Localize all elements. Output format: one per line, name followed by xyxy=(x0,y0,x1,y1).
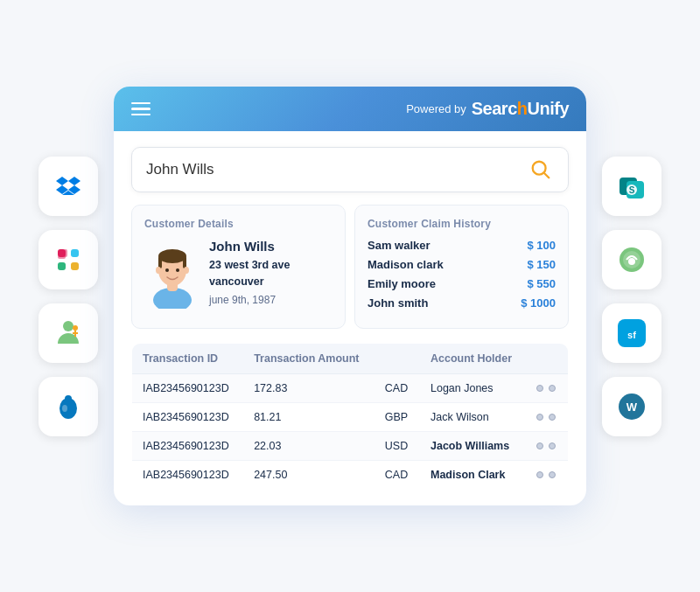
transaction-id: IAB2345690123D xyxy=(132,403,244,432)
svg-point-31 xyxy=(628,258,635,265)
wordpress-icon[interactable]: W xyxy=(602,377,662,436)
brand-name: SearchUnify xyxy=(472,99,569,119)
transaction-currency: CAD xyxy=(374,374,420,403)
dot-1[interactable] xyxy=(536,471,543,478)
avatar xyxy=(144,239,200,309)
customer-info: John Wills 23 west 3rd ave vancouver jun… xyxy=(144,239,332,309)
dot-1[interactable] xyxy=(536,414,543,421)
taleo-icon[interactable] xyxy=(602,230,662,289)
claim-table: Sam walker $ 100 Madison clark $ 150 Emi… xyxy=(368,239,556,310)
search-bar xyxy=(131,147,569,192)
claim-name: Emily moore xyxy=(368,277,436,290)
action-dots xyxy=(526,374,568,403)
table-row: IAB2345690123D 172.83 CAD Logan Jones xyxy=(132,374,569,403)
right-integration-icons: S sf W xyxy=(602,157,662,436)
transaction-amount: 22.03 xyxy=(243,432,374,461)
dot-2[interactable] xyxy=(549,471,556,478)
customer-dob: june 9th, 1987 xyxy=(209,294,290,306)
claim-name: Sam walker xyxy=(368,239,430,252)
account-holder: Jacob Williams xyxy=(420,432,526,461)
transaction-id: IAB2345690123D xyxy=(132,432,244,461)
claim-row: Emily moore $ 550 xyxy=(368,277,556,290)
transaction-section: Transaction ID Transaction Amount Accoun… xyxy=(114,343,586,505)
panel-header: Powered by SearchUnify xyxy=(114,87,586,131)
table-row: IAB2345690123D 247.50 CAD Madison Clark xyxy=(132,461,569,490)
claim-row: Madison clark $ 150 xyxy=(368,258,556,271)
customer-details-title: Customer Details xyxy=(144,218,332,230)
dot-2[interactable] xyxy=(549,385,556,392)
hamburger-menu[interactable] xyxy=(131,102,150,116)
details-row: Customer Details xyxy=(114,205,586,343)
svg-point-22 xyxy=(176,268,179,272)
search-input[interactable] xyxy=(146,161,528,178)
svg-point-21 xyxy=(165,268,169,272)
action-dots xyxy=(526,461,568,490)
search-button[interactable] xyxy=(528,157,554,183)
svg-line-14 xyxy=(544,173,550,178)
claim-amount: $ 1000 xyxy=(521,296,556,310)
svg-point-6 xyxy=(63,321,74,331)
dropbox-icon[interactable] xyxy=(38,157,98,216)
dot-1[interactable] xyxy=(536,385,543,392)
sharepoint-icon[interactable]: S xyxy=(602,157,662,216)
claim-history-box: Customer Claim History Sam walker $ 100 … xyxy=(354,205,569,329)
brand-highlight: h xyxy=(517,99,528,118)
action-dots xyxy=(526,403,568,432)
col-currency xyxy=(374,344,420,374)
talenthief-icon[interactable] xyxy=(38,303,98,363)
svg-rect-19 xyxy=(158,256,162,268)
transaction-amount: 247.50 xyxy=(243,461,374,490)
svg-rect-1 xyxy=(71,249,79,257)
transaction-id: IAB2345690123D xyxy=(132,461,244,490)
page-container: Powered by SearchUnify xyxy=(0,0,700,592)
svg-rect-5 xyxy=(58,255,66,259)
svg-text:W: W xyxy=(626,400,638,414)
main-panel: Powered by SearchUnify xyxy=(114,87,586,505)
left-integration-icons xyxy=(38,157,98,436)
svg-rect-2 xyxy=(58,262,66,270)
svg-rect-3 xyxy=(71,262,79,270)
table-row: IAB2345690123D 81.21 GBP Jack Wilson xyxy=(132,403,569,432)
svg-point-24 xyxy=(184,267,189,274)
dot-1[interactable] xyxy=(536,442,543,449)
svg-rect-20 xyxy=(183,256,186,268)
transaction-amount: 81.21 xyxy=(243,403,374,432)
col-actions xyxy=(526,344,568,374)
svg-point-12 xyxy=(62,405,67,412)
svg-text:S: S xyxy=(629,185,635,195)
transaction-id: IAB2345690123D xyxy=(132,374,244,403)
transaction-amount: 172.83 xyxy=(243,374,374,403)
claim-history-title: Customer Claim History xyxy=(368,218,556,230)
customer-text: John Wills 23 west 3rd ave vancouver jun… xyxy=(209,239,290,306)
svg-point-18 xyxy=(158,249,186,263)
svg-point-23 xyxy=(156,267,161,274)
dot-2[interactable] xyxy=(549,414,556,421)
transaction-currency: USD xyxy=(374,432,420,461)
claim-row: John smith $ 1000 xyxy=(368,296,556,310)
dot-2[interactable] xyxy=(549,442,556,449)
customer-details-box: Customer Details xyxy=(131,205,346,329)
account-holder: Logan Jones xyxy=(420,374,526,403)
transaction-currency: GBP xyxy=(374,403,420,432)
action-dots xyxy=(526,432,568,461)
slack-icon[interactable] xyxy=(38,230,98,289)
col-transaction-id: Transaction ID xyxy=(132,344,244,374)
transaction-currency: CAD xyxy=(374,461,420,490)
svg-point-11 xyxy=(65,395,72,402)
claim-amount: $ 150 xyxy=(527,258,556,271)
account-holder: Jack Wilson xyxy=(420,403,526,432)
svg-text:sf: sf xyxy=(627,330,636,340)
account-holder: Madison Clark xyxy=(420,461,526,490)
col-account-holder: Account Holder xyxy=(420,344,526,374)
powered-by-label: Powered by SearchUnify xyxy=(406,99,569,119)
claim-row: Sam walker $ 100 xyxy=(368,239,556,252)
search-icon xyxy=(529,158,552,181)
salesforce-icon[interactable]: sf xyxy=(602,303,662,363)
drupal-icon[interactable] xyxy=(38,377,98,436)
claim-amount: $ 100 xyxy=(527,239,556,252)
customer-address: 23 west 3rd ave vancouver xyxy=(209,257,290,290)
claim-amount: $ 550 xyxy=(527,277,556,290)
transaction-table: Transaction ID Transaction Amount Accoun… xyxy=(131,343,569,490)
table-row: IAB2345690123D 22.03 USD Jacob Williams xyxy=(132,432,569,461)
svg-point-7 xyxy=(73,325,78,331)
